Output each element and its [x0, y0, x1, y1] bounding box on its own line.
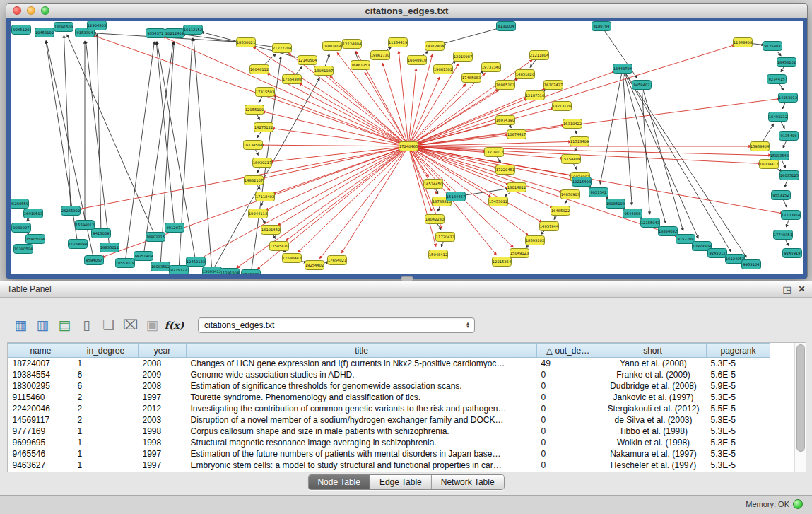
- table-cell[interactable]: 2012: [139, 403, 187, 414]
- close-panel-icon[interactable]: ×: [799, 284, 805, 295]
- table-cell[interactable]: 22420046: [8, 403, 73, 414]
- table-cell[interactable]: Yano et al. (2008): [599, 358, 707, 370]
- graph-node[interactable]: 11254094: [69, 240, 88, 249]
- table-cell[interactable]: 5.3E-5: [707, 437, 770, 448]
- column-header[interactable]: title: [187, 344, 537, 358]
- table-cell[interactable]: 1: [73, 437, 139, 448]
- table-cell[interactable]: 0: [537, 380, 599, 392]
- graph-node[interactable]: 14862107: [245, 176, 264, 185]
- table-vertical-scrollbar[interactable]: [794, 343, 806, 472]
- table-cell[interactable]: 18724007: [8, 358, 73, 370]
- graph-node[interactable]: 16093502: [151, 262, 170, 271]
- graph-node[interactable]: 17554300: [283, 75, 302, 84]
- table-cell[interactable]: 5.3E-5: [707, 392, 770, 403]
- table-cell[interactable]: 5.5E-5: [707, 403, 770, 414]
- table-cell[interactable]: 1997: [139, 460, 187, 471]
- table-cell[interactable]: Jankovic et al. (1997): [599, 392, 707, 403]
- table-cell[interactable]: Hescheler et al. (1997): [599, 460, 707, 471]
- graph-node[interactable]: 10674427: [507, 130, 526, 139]
- graph-node[interactable]: 14253013: [779, 93, 798, 103]
- graph-node[interactable]: 15594012: [76, 221, 95, 230]
- graph-node[interactable]: 25260559: [11, 199, 29, 209]
- graph-node[interactable]: 21222204: [273, 44, 292, 53]
- column-header[interactable]: △ out_de…: [537, 344, 599, 358]
- graph-node[interactable]: 17530442: [283, 254, 302, 263]
- table-cell[interactable]: 5.9E-5: [707, 380, 770, 392]
- graph-node[interactable]: 18930217: [253, 158, 272, 168]
- graph-node[interactable]: 16134504: [244, 141, 263, 150]
- table-row[interactable]: 946362711997Embryonic stem cells: a mode…: [8, 460, 770, 471]
- table-cell[interactable]: Dudbridge et al. (2008): [599, 380, 707, 392]
- edit-table-icon[interactable]: ▤: [54, 316, 76, 334]
- graph-node[interactable]: 14251909: [134, 252, 153, 261]
- table-cell[interactable]: Investigating the contribution of common…: [187, 403, 537, 414]
- table-cell[interactable]: 5.6E-5: [707, 369, 770, 380]
- graph-node[interactable]: 9553152: [772, 191, 791, 200]
- graph-node[interactable]: 16004412: [760, 160, 779, 169]
- table-cell[interactable]: Embryonic stem cells: a model to study s…: [187, 460, 537, 471]
- graph-node[interactable]: 15453012: [489, 197, 508, 206]
- column-header[interactable]: pagerank: [707, 344, 770, 358]
- graph-node[interactable]: 16919503: [24, 209, 43, 218]
- table-cell[interactable]: Structural magnetic resonance image aver…: [187, 437, 537, 448]
- graph-node[interactable]: 10215403: [572, 177, 592, 187]
- table-cell[interactable]: 19384554: [8, 369, 73, 380]
- graph-node[interactable]: 17118402: [256, 192, 275, 201]
- table-cell[interactable]: 2009: [139, 369, 187, 380]
- graph-node[interactable]: 9274415: [767, 75, 787, 84]
- table-cell[interactable]: Corpus callosum shape and size in male p…: [187, 426, 537, 437]
- column-header[interactable]: year: [139, 344, 187, 358]
- table-cell[interactable]: 1: [73, 460, 139, 471]
- table-cell[interactable]: 18300295: [8, 380, 73, 392]
- graph-node[interactable]: 9544056: [623, 209, 642, 218]
- graph-node[interactable]: 15093543: [770, 151, 789, 160]
- table-cell[interactable]: 2: [73, 414, 139, 426]
- graph-node[interactable]: 18042230: [425, 215, 445, 224]
- table-cell[interactable]: 9465546: [8, 448, 73, 460]
- graph-node[interactable]: 26265902: [61, 206, 81, 216]
- graph-node[interactable]: 16640910: [408, 56, 427, 65]
- table-cell[interactable]: Franke et al. (2009): [599, 369, 707, 380]
- graph-node[interactable]: 16453102: [777, 58, 796, 67]
- graph-node[interactable]: 18941087: [314, 66, 334, 76]
- delete-table-icon[interactable]: ⌧: [119, 316, 141, 334]
- table-cell[interactable]: 0: [537, 426, 599, 437]
- graph-node[interactable]: 14275122: [254, 123, 273, 132]
- graph-node[interactable]: 9045120: [12, 25, 31, 35]
- graph-node[interactable]: 10212409: [165, 29, 184, 38]
- graph-node[interactable]: 16835012: [100, 243, 119, 252]
- function-builder-icon[interactable]: f(x): [163, 316, 185, 334]
- table-cell[interactable]: Estimation of the future numbers of pati…: [187, 448, 537, 460]
- graph-node[interactable]: 12215354: [493, 257, 512, 267]
- graph-node[interactable]: 9125403: [763, 42, 782, 51]
- graph-node[interactable]: 9554372: [146, 29, 165, 38]
- table-cell[interactable]: 1997: [139, 448, 187, 460]
- table-cell[interactable]: 5.3E-5: [707, 426, 770, 437]
- row-selector-icon[interactable]: ▯: [76, 316, 98, 334]
- table-cell[interactable]: 5.3E-5: [707, 448, 770, 460]
- table-row[interactable]: 1830029562008Estimation of significance …: [8, 380, 770, 392]
- graph-node[interactable]: 8131004: [497, 22, 516, 31]
- table-cell[interactable]: 0: [537, 437, 599, 448]
- table-cell[interactable]: de Silva et al. (2003): [599, 414, 707, 426]
- table-cell[interactable]: Changes of HCN gene expression and I(f) …: [187, 358, 537, 370]
- graph-node[interactable]: 12187510: [526, 91, 545, 100]
- graph-node[interactable]: 12215987: [454, 52, 473, 62]
- table-cell[interactable]: 6: [73, 380, 139, 392]
- graph-node[interactable]: 16085103: [606, 199, 625, 209]
- graph-node[interactable]: 9953104: [742, 260, 761, 269]
- graph-node[interactable]: 12155043: [641, 218, 660, 228]
- table-row[interactable]: 2242004622012Investigating the contribut…: [8, 403, 770, 414]
- graph-node[interactable]: 15048412: [429, 250, 448, 259]
- graph-node[interactable]: 12904503: [88, 21, 107, 30]
- table-cell[interactable]: 9699695: [8, 437, 73, 448]
- graph-node[interactable]: 16112152: [184, 25, 203, 35]
- table-cell[interactable]: Wolkin et al. (1998): [599, 437, 707, 448]
- table-scroll-area[interactable]: namein_degreeyeartitle△ out_de…shortpage…: [8, 343, 795, 472]
- table-cell[interactable]: 5.3E-5: [707, 460, 770, 471]
- table-cell[interactable]: 2008: [139, 358, 187, 370]
- graph-node[interactable]: 11291504: [220, 269, 240, 274]
- graph-node[interactable]: 12124804: [343, 40, 362, 49]
- graph-node[interactable]: 19254402: [305, 261, 324, 270]
- graph-node[interactable]: 11548408: [734, 38, 753, 47]
